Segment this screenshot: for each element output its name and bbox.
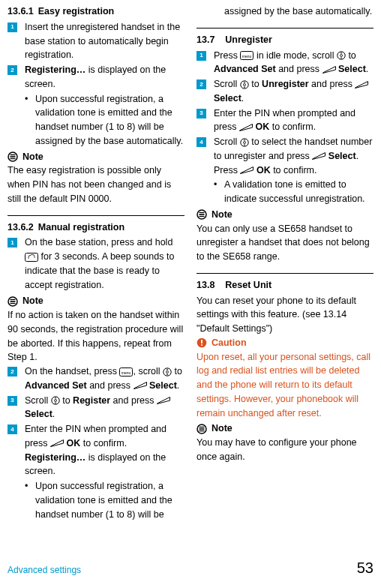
softkey-icon — [312, 152, 326, 160]
nav-button-icon — [240, 138, 249, 147]
bullet-text: A validation tone is emitted to indicate… — [224, 178, 374, 206]
menu-button-icon — [240, 51, 254, 60]
step-badge-2: 2 — [8, 367, 17, 376]
plain-text: Press — [214, 50, 240, 61]
bullet-dot: • — [214, 178, 224, 206]
plain-text: On the base station, press and hold — [25, 237, 172, 248]
step-badge-3: 3 — [196, 109, 206, 118]
plain-text: to confirm. — [269, 122, 316, 132]
step-badge-2: 2 — [8, 65, 17, 75]
step-row: 4 Scroll to select the handset number to… — [196, 135, 374, 177]
plain-text: Scroll — [214, 79, 240, 89]
step-text: Press in idle mode, scroll to Advanced S… — [214, 49, 374, 77]
step-text: Registering… is displayed on the screen. — [25, 63, 184, 92]
note-body: If no action is taken on the handset wit… — [8, 308, 184, 364]
step-badge-4: 4 — [8, 424, 17, 434]
bold-text: Advanced Set — [25, 380, 87, 391]
step-text: Insert the unregistered handset in the b… — [25, 20, 184, 62]
step-badge-3: 3 — [8, 396, 17, 406]
plain-text: to confirm. — [80, 438, 127, 448]
step-badge-1: 1 — [196, 51, 206, 61]
continuation-text: assigned by the base automatically. — [196, 4, 374, 19]
bold-text: Select — [338, 64, 366, 74]
heading-13-8: 13.8 Reset Unit — [196, 278, 374, 292]
plain-text: to confirm. — [271, 165, 317, 176]
plain-text: and press — [87, 380, 134, 391]
softkey-icon — [322, 66, 336, 74]
nav-button-icon — [337, 51, 346, 60]
step-text: On the handset, press , scroll to Advanc… — [25, 364, 184, 393]
plain-text: to — [60, 395, 73, 406]
step-row: 1 Insert the unregistered handset in the… — [8, 20, 184, 62]
step-row: 4 Enter the PIN when prompted and press … — [8, 422, 184, 478]
heading-13-7: 13.7 Unregister — [196, 33, 374, 47]
softkey-icon — [134, 382, 147, 389]
right-column: assigned by the base automatically. 13.7… — [196, 4, 374, 521]
caution-body: Upon reset, all your personal settings, … — [196, 350, 374, 421]
step-row: 2 Registering… is displayed on the scree… — [8, 63, 184, 92]
bullet-text: Upon successful registration, a validati… — [35, 92, 184, 148]
note-body: You can only use a SE658 handset to unre… — [196, 222, 374, 264]
plain-text: to — [346, 50, 356, 61]
heading-title: Unregister — [225, 33, 272, 47]
plain-text: and press — [309, 79, 356, 89]
plain-text: to — [172, 366, 182, 376]
bold-text: OK — [256, 165, 271, 176]
plain-text: and press — [110, 395, 157, 406]
divider — [196, 273, 374, 274]
softkey-icon — [240, 166, 254, 174]
bold-text: Unregister — [262, 79, 309, 89]
note-label: Note — [22, 150, 44, 164]
bold-text: Registering… — [25, 64, 86, 75]
caution-label: Caution — [212, 336, 247, 350]
plain-text: Scroll — [25, 395, 51, 406]
left-column: 13.6.1 Easy registration 1 Insert the un… — [8, 4, 184, 521]
divider — [8, 215, 184, 216]
caution-heading: Caution — [196, 336, 374, 350]
step-text: Enter the PIN when prompted and press OK… — [214, 106, 374, 135]
bold-text: Select — [214, 93, 242, 104]
heading-title: Reset Unit — [225, 278, 272, 292]
heading-num: 13.6.2 — [8, 220, 34, 235]
nav-button-icon — [163, 368, 172, 376]
step-row: 1 On the base station, press and hold fo… — [8, 236, 184, 292]
page-footer: Advanced settings 53 — [8, 556, 374, 579]
heading-13-6-1: 13.6.1 Easy registration — [8, 4, 184, 19]
note-label: Note — [212, 208, 232, 222]
bold-text: Advanced Set — [214, 64, 276, 74]
nav-button-icon — [51, 396, 60, 405]
reset-body: You can reset your phone to its default … — [196, 294, 374, 336]
step-badge-2: 2 — [196, 80, 206, 89]
note-icon — [196, 424, 207, 434]
bullet-text: Upon successful registration, a validati… — [35, 479, 184, 521]
note-heading: Note — [8, 150, 184, 164]
step-text: Scroll to select the handset number to u… — [214, 135, 374, 177]
softkey-icon — [239, 124, 253, 131]
footer-page-number: 53 — [357, 556, 374, 579]
step-row: 3 Enter the PIN when prompted and press … — [196, 106, 374, 135]
softkey-icon — [50, 440, 64, 447]
bold-text: Select — [328, 151, 356, 161]
sub-bullet: • Upon successful registration, a valida… — [8, 479, 184, 521]
footer-section-label: Advanced settings — [8, 563, 81, 577]
step-badge-1: 1 — [8, 22, 17, 32]
bullet-dot: • — [25, 479, 35, 521]
step-text: Scroll to Register and press Select. — [25, 394, 184, 422]
bold-text: OK — [67, 438, 81, 448]
note-heading: Note — [196, 422, 374, 436]
step-row: 1 Press in idle mode, scroll to Advanced… — [196, 49, 374, 77]
note-label: Note — [22, 294, 44, 308]
bold-text: Select — [25, 409, 52, 419]
heading-num: 13.7 — [196, 33, 214, 47]
step-badge-1: 1 — [8, 238, 17, 248]
plain-text: in idle mode, scroll — [254, 50, 336, 61]
bold-text: Select — [149, 380, 177, 391]
plain-text: and press — [276, 64, 322, 74]
menu-button-icon — [119, 368, 133, 376]
step-badge-4: 4 — [196, 137, 206, 147]
softkey-icon — [355, 81, 368, 88]
bold-text: Register — [73, 395, 110, 406]
note-heading: Note — [8, 294, 184, 308]
heading-13-6-2: 13.6.2 Manual registration — [8, 220, 184, 235]
note-icon — [8, 152, 18, 162]
